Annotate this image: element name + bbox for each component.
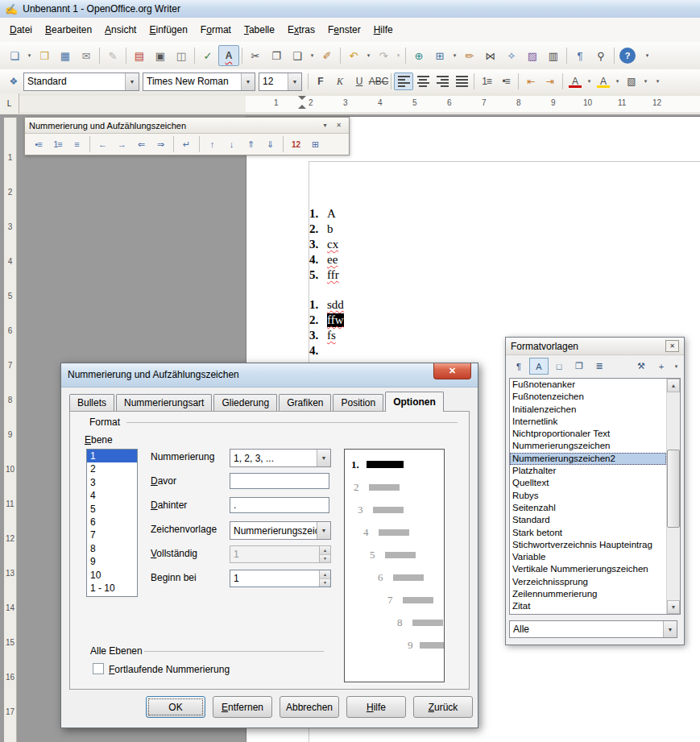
style-item[interactable]: Fußnotenanker (510, 379, 666, 391)
tab-stop-selector[interactable]: L (0, 93, 19, 114)
draw-functions-icon[interactable]: ✏ (459, 45, 480, 66)
combo-arrow-icon[interactable]: ▼ (241, 73, 255, 90)
move-down-with-subpoints-icon[interactable]: ⇓ (261, 136, 280, 152)
level-item[interactable]: 8 (87, 542, 137, 555)
start-at-input[interactable] (230, 570, 319, 587)
list-styles-icon[interactable]: ≣ (590, 358, 609, 375)
style-item[interactable]: Stark betont (510, 527, 666, 539)
style-item[interactable]: Zitat (510, 600, 666, 612)
new-dropdown-icon[interactable]: ▾ (25, 46, 34, 65)
after-input[interactable] (230, 497, 329, 513)
font-size-combo[interactable]: 12 ▼ (259, 73, 302, 91)
align-right-icon[interactable] (433, 73, 452, 90)
combo-arrow-icon[interactable]: ▼ (317, 450, 330, 466)
align-justify-icon[interactable] (452, 73, 471, 90)
increase-indent-icon[interactable]: ⇥ (541, 73, 560, 90)
tab-bullets[interactable]: Bullets (69, 394, 114, 411)
style-item[interactable]: Platzhalter (510, 465, 666, 477)
level-item[interactable]: 3 (87, 476, 137, 489)
format-paintbrush-icon[interactable]: ✐ (317, 45, 338, 66)
tab-gliederung[interactable]: Gliederung (213, 394, 277, 411)
scroll-down-icon[interactable]: ▼ (667, 600, 680, 614)
close-icon[interactable]: ✕ (333, 120, 345, 131)
level-item[interactable]: 1 (87, 450, 137, 462)
numbered-list-onoff-icon[interactable]: 1≡ (48, 136, 67, 152)
tab-position[interactable]: Position (333, 394, 383, 411)
decrease-indent-icon[interactable]: ⇤ (521, 73, 541, 90)
insert-unnumbered-entry-icon[interactable]: ↵ (177, 136, 196, 152)
list-item[interactable]: 1.sdd (309, 298, 344, 313)
numbering-combo[interactable]: 1, 2, 3, ... ▼ (230, 449, 331, 467)
export-pdf-icon[interactable]: ▤ (129, 45, 150, 66)
level-item[interactable]: 5 (87, 503, 137, 516)
edit-file-icon[interactable]: ✎ (102, 45, 123, 66)
underline-icon[interactable]: U (350, 73, 369, 90)
promote-with-subpoints-icon[interactable]: ⇐ (132, 136, 151, 152)
page-styles-icon[interactable]: ❐ (570, 358, 589, 375)
before-input[interactable] (230, 473, 329, 489)
paragraph-style-combo[interactable]: Standard ▼ (23, 73, 139, 91)
cut-icon[interactable]: ✂ (245, 45, 266, 66)
character-styles-icon[interactable]: A (529, 358, 549, 375)
save-icon[interactable]: ▦ (55, 45, 76, 66)
list-item[interactable]: 4.ee (309, 253, 339, 268)
move-up-icon[interactable]: ↑ (203, 136, 222, 152)
align-left-icon[interactable] (394, 73, 413, 90)
dialog-titlebar[interactable]: Nummerierung und Aufzählungszeichen ✕ (61, 363, 478, 388)
strikethrough-icon[interactable]: ABC (369, 73, 388, 90)
combo-arrow-icon[interactable]: ▼ (288, 73, 301, 90)
style-item[interactable]: Stichwortverzeichnis Haupteintrag (510, 539, 666, 551)
menu-hilfe[interactable]: Hilfe (367, 21, 400, 39)
menu-format[interactable]: Format (194, 21, 238, 39)
style-item[interactable]: Variable (510, 551, 666, 563)
frame-styles-icon[interactable]: □ (549, 358, 569, 375)
level-item[interactable]: 2 (87, 462, 137, 475)
toolbar-options-icon[interactable]: ▾ (643, 46, 652, 65)
spin-down-icon[interactable]: ▼ (320, 578, 330, 587)
highlight-color-icon[interactable]: A (594, 73, 613, 90)
background-dropdown-icon[interactable]: ▾ (641, 72, 650, 91)
style-item[interactable]: Seitenzahl (510, 502, 666, 514)
level-item[interactable]: 10 (87, 569, 137, 582)
table-dropdown-icon[interactable]: ▾ (450, 46, 459, 65)
level-item[interactable]: 9 (87, 555, 137, 568)
numbering-dialog-icon[interactable]: ⊞ (306, 136, 325, 152)
zoom-icon[interactable]: ⚲ (590, 45, 611, 66)
fill-format-mode-icon[interactable]: ⚒ (632, 358, 651, 375)
tab-nummerierungsart[interactable]: Nummerierungsart (116, 394, 212, 411)
styles-panel-titlebar[interactable]: Formatvorlagen ✕ (506, 338, 684, 355)
restart-numbering-icon[interactable]: 12 (287, 136, 305, 152)
gallery-icon[interactable]: ▨ (522, 45, 543, 66)
combo-arrow-icon[interactable]: ▼ (663, 621, 677, 637)
style-item-selected[interactable]: Nummerierungszeichen2 (510, 453, 666, 465)
undo-icon[interactable]: ↶ (343, 45, 364, 66)
numbered-list-icon[interactable]: 1≡ (477, 73, 496, 90)
menu-ansicht[interactable]: Ansicht (98, 21, 143, 39)
consecutive-numbering-row[interactable]: Fortlaufende Nummerierung (93, 663, 230, 675)
paste-dropdown-icon[interactable]: ▾ (308, 46, 317, 65)
autospellcheck-icon[interactable]: A (218, 45, 239, 66)
window-titlebar[interactable]: ✍ Unbenannt 1 - OpenOffice.org Writer (0, 0, 700, 19)
background-color-icon[interactable]: ▧ (622, 73, 641, 90)
move-up-with-subpoints-icon[interactable]: ⇑ (242, 136, 260, 152)
style-item[interactable]: Quelltext (510, 477, 666, 489)
toolbar-options-icon[interactable]: ▾ (319, 120, 331, 131)
level-item[interactable]: 4 (87, 489, 137, 502)
style-item[interactable]: Internetlink (510, 416, 666, 428)
menu-extras[interactable]: Extras (281, 21, 321, 39)
menu-datei[interactable]: Datei (3, 21, 39, 39)
combo-arrow-icon[interactable]: ▼ (125, 73, 139, 90)
start-at-spinner[interactable]: ▲ ▼ (230, 570, 331, 587)
menu-einfuegen[interactable]: Einfügen (143, 21, 193, 39)
new-document-icon[interactable]: ❏ (4, 45, 25, 66)
redo-dropdown-icon[interactable]: ▾ (394, 46, 403, 65)
styles-panel-close-button[interactable]: ✕ (665, 340, 679, 352)
scrollbar-thumb[interactable] (667, 450, 680, 528)
help-button[interactable]: Hilfe (346, 696, 406, 718)
highlight-dropdown-icon[interactable]: ▾ (613, 72, 622, 91)
float-toolbar-titlebar[interactable]: Nummerierung und Aufzählungszeichen ▾ ✕ (25, 118, 349, 134)
formatting-marks-icon[interactable]: ¶ (570, 45, 590, 66)
hyperlink-icon[interactable]: ⊕ (408, 45, 429, 66)
bullet-list-icon[interactable]: •≡ (496, 73, 516, 90)
bold-icon[interactable]: F (311, 73, 330, 90)
